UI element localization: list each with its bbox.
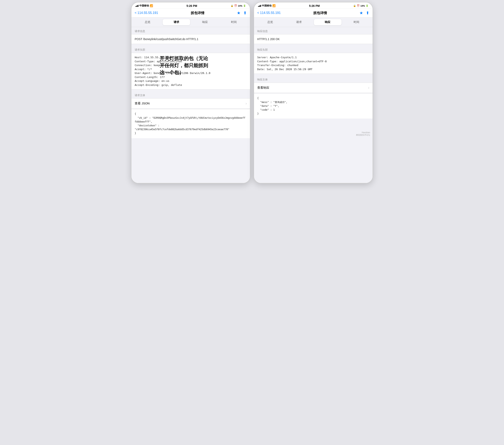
request-line-text: POST /boneylink/cust/pushSwitchGet.do HT…	[135, 37, 198, 41]
status-bar-left: 中国移动 📶 5:26 PM 🔒 ⏰ 14% 🔋	[131, 2, 250, 8]
star-icon-left[interactable]: ★	[237, 11, 240, 15]
watermark-text: Hassbian擦屁股技术论坛	[356, 131, 370, 136]
share-icon-right[interactable]: ⬆	[366, 11, 369, 15]
battery-percent-left: 14%	[238, 5, 242, 7]
bottom-spacer-left	[131, 138, 250, 144]
status-bar-right-left: 🔒 ⏰ 14% 🔋	[231, 4, 246, 7]
tab-overview-left[interactable]: 总览	[134, 19, 162, 25]
response-line-text: HTTP/1.1 200 OK	[257, 37, 280, 41]
share-icon-left[interactable]: ⬆	[243, 11, 247, 15]
chevron-icon-response: ›	[368, 86, 369, 90]
battery-icon-left: 🔋	[243, 4, 246, 7]
back-button-left[interactable]: < 114.55.55.191	[135, 11, 158, 15]
carrier-text-right: 中国移动	[262, 4, 271, 7]
time-left: 5:26 PM	[186, 4, 197, 7]
bottom-spacer-right	[254, 119, 373, 131]
wifi-icon-right: 📶	[272, 4, 276, 7]
section-response-headers-right: 响应头部	[254, 46, 373, 53]
response-json-body-block: { "mess" : "查询成功", "data" : "Y", "code" …	[254, 93, 373, 119]
response-json-text: { "mess" : "查询成功", "data" : "Y", "code" …	[257, 96, 369, 116]
request-headers-text: Host: 114.55.55.191:8989 Content-Type: a…	[135, 56, 211, 87]
content-right: 响应信息 HTTP/1.1 200 OK 响应头部 Server: Apache…	[254, 27, 373, 183]
tab-request-right[interactable]: 请求	[285, 19, 313, 25]
lock-icon-left: 🔒	[231, 4, 234, 7]
alarm-icon-right: ⏰	[357, 4, 360, 7]
tab-bar-right: 总览 请求 响应 时间	[254, 18, 373, 27]
status-bar-carrier-left: 中国移动 📶	[135, 4, 153, 7]
nav-actions-left: ★ ⬆	[237, 11, 247, 15]
watermark: Hassbian擦屁股技术论坛	[254, 131, 373, 138]
chevron-icon-json: ›	[246, 101, 247, 106]
tab-overview-right[interactable]: 总览	[256, 19, 284, 25]
view-json-label: 查看 JSON	[135, 102, 150, 106]
spacer3	[254, 44, 373, 46]
section-request-headers-left: 请求头部	[131, 46, 250, 53]
tab-request-left[interactable]: 请求	[163, 19, 190, 25]
json-body-text: { "zk_id" : "D2R9QRgDs5PbouzGscJv4jt7yGF…	[135, 112, 247, 135]
star-icon-right[interactable]: ★	[360, 11, 363, 15]
spacer1	[131, 44, 250, 46]
back-button-right[interactable]: < 114.55.55.191	[257, 11, 281, 15]
view-json-row[interactable]: 查看 JSON ›	[131, 98, 250, 109]
response-headers-block: Server: Apache-Coyote/1.1 Content-Type: …	[254, 53, 373, 74]
status-bar-right: 中国移动 📶 5:26 PM 🔒 ⏰ 14% 🔋	[254, 2, 373, 8]
nav-title-left: 抓包详情	[158, 11, 237, 15]
lock-icon-right: 🔒	[353, 4, 356, 7]
signal-bars-left	[135, 5, 139, 7]
request-headers-block: Host: 114.55.55.191:8989 Content-Type: a…	[131, 53, 250, 89]
nav-actions-right: ★ ⬆	[360, 11, 369, 15]
view-response-label: 查看响应	[257, 86, 269, 90]
status-bar-carrier-right: 中国移动 📶	[258, 4, 276, 7]
status-icons-right: 🔒 ⏰ 14% 🔋	[353, 4, 369, 7]
content-left: 请求信息 POST /boneylink/cust/pushSwitchGet.…	[131, 27, 250, 183]
tab-time-left[interactable]: 时间	[220, 19, 248, 25]
battery-percent-right: 14%	[360, 5, 365, 7]
signal-bars-right	[258, 5, 261, 7]
nav-bar-left: < 114.55.55.191 抓包详情 ★ ⬆	[131, 8, 250, 18]
section-response-body-right: 响应主体	[254, 75, 373, 83]
time-right: 5:26 PM	[309, 4, 320, 7]
response-line-block: HTTP/1.1 200 OK	[254, 34, 373, 44]
spacer4	[254, 74, 373, 75]
wifi-icon-left: 📶	[150, 4, 153, 7]
view-response-row[interactable]: 查看响应 ›	[254, 83, 373, 93]
tab-response-right[interactable]: 响应	[314, 19, 342, 25]
json-body-block: { "zk_id" : "D2R9QRgDs5PbouzGscJv4jt7yGF…	[131, 109, 250, 138]
request-line-block: POST /boneylink/cust/pushSwitchGet.do HT…	[131, 34, 250, 44]
section-request-body-left: 请求主体	[131, 91, 250, 98]
tab-bar-left: 总览 请求 响应 时间	[131, 18, 250, 27]
section-response-info-right: 响应信息	[254, 27, 373, 34]
carrier-text-left: 中国移动	[139, 4, 149, 7]
nav-bar-right: < 114.55.55.191 抓包详情 ★ ⬆	[254, 8, 373, 18]
alarm-icon-left: ⏰	[234, 4, 237, 7]
section-request-info-left: 请求信息	[131, 27, 250, 34]
nav-title-right: 抓包详情	[281, 11, 360, 15]
tab-time-right[interactable]: 时间	[343, 19, 370, 25]
response-headers-text: Server: Apache-Coyote/1.1 Content-Type: …	[257, 56, 327, 71]
tab-response-left[interactable]: 响应	[191, 19, 219, 25]
battery-icon-right: 🔋	[366, 4, 369, 7]
spacer2	[131, 89, 250, 91]
